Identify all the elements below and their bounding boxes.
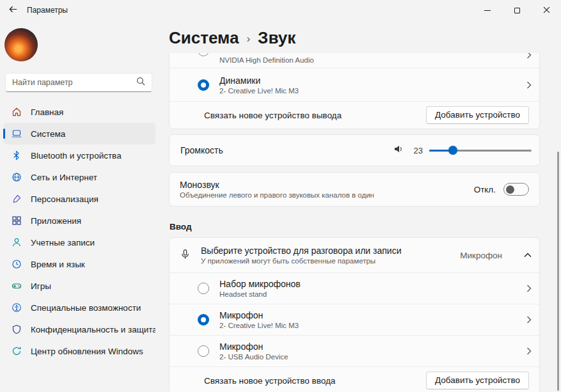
back-arrow-icon <box>8 4 18 17</box>
mono-title: Монозвук <box>180 180 474 190</box>
volume-slider[interactable] <box>429 145 532 156</box>
search-box[interactable] <box>5 73 152 92</box>
radio-button[interactable] <box>198 314 209 325</box>
sidebar-item-label: Главная <box>31 107 63 117</box>
chevron-right-icon[interactable] <box>526 285 532 292</box>
sidebar-item-privacy[interactable]: Конфиденциальность и защита <box>3 318 155 340</box>
input-selected-value: Микрофон <box>460 251 502 260</box>
windows-update-icon <box>11 346 22 357</box>
sidebar-item-label: Специальные возможности <box>31 303 141 313</box>
time-language-icon <box>11 259 22 270</box>
sidebar-item-label: Центр обновления Windows <box>31 347 143 356</box>
device-subtitle: NVIDIA High Definition Audio <box>219 56 516 64</box>
radio-button[interactable] <box>198 283 209 294</box>
radio-button[interactable] <box>198 345 209 357</box>
sidebar-item-apps[interactable]: Приложения <box>3 210 155 231</box>
volume-label: Громкость <box>180 145 393 155</box>
personalization-icon <box>11 194 22 205</box>
input-section-heading: Ввод <box>170 222 540 231</box>
add-output-device-button[interactable]: Добавить устройство <box>426 106 529 124</box>
device-title: Динамики <box>219 75 516 86</box>
chevron-right-icon[interactable] <box>526 347 532 355</box>
chevron-right-icon[interactable] <box>526 316 532 324</box>
pair-input-device-row: Связать новое устройство ввода Добавить … <box>170 366 539 392</box>
sidebar: Главная Система Bluetooth и устройства С… <box>0 20 159 392</box>
user-avatar <box>4 28 38 61</box>
input-chooser-title: Выберите устройство для разговора или за… <box>201 246 450 256</box>
titlebar: Параметры <box>0 0 561 20</box>
sidebar-item-label: Приложения <box>31 216 81 226</box>
volume-card: Громкость 23 <box>169 134 540 166</box>
device-subtitle: 2- Creative Live! Mic M3 <box>219 87 516 95</box>
vertical-scrollbar-thumb[interactable] <box>557 152 559 391</box>
microphone-icon <box>180 249 191 262</box>
input-chooser-subtitle: У приложений могут быть собственные пара… <box>201 257 450 265</box>
mono-subtitle: Объединение левого и правого звуковых ка… <box>180 191 474 199</box>
selected-indicator <box>3 129 5 139</box>
sidebar-item-windows-update[interactable]: Центр обновления Windows <box>3 340 155 362</box>
breadcrumb-separator-icon: › <box>246 31 250 45</box>
sidebar-item-home[interactable]: Главная <box>3 101 155 123</box>
input-chooser-row[interactable]: Выберите устройство для разговора или за… <box>170 238 539 272</box>
output-devices-card: NVIDIA High Definition Audio Динамики 2-… <box>169 53 540 129</box>
close-icon <box>543 4 550 16</box>
sidebar-item-label: Персонализация <box>31 194 99 204</box>
volume-value: 23 <box>409 146 423 155</box>
input-device-row-creative-mic[interactable]: Микрофон 2- Creative Live! Mic M3 <box>170 304 539 335</box>
mono-audio-row: Монозвук Объединение левого и правого зв… <box>170 173 539 206</box>
sidebar-item-label: Система <box>31 129 65 139</box>
close-button[interactable] <box>532 0 561 20</box>
sidebar-item-personalization[interactable]: Персонализация <box>3 188 155 210</box>
sidebar-item-system[interactable]: Система <box>3 123 155 145</box>
breadcrumb-section[interactable]: Система <box>169 28 239 48</box>
radio-button[interactable] <box>198 79 209 91</box>
sidebar-item-time-language[interactable]: Время и язык <box>3 253 155 275</box>
maximize-button[interactable] <box>502 0 532 20</box>
app-title: Параметры <box>27 6 68 15</box>
breadcrumb: Система › Звук <box>169 28 296 48</box>
device-subtitle: Headset stand <box>219 290 516 298</box>
pair-output-device-row: Связать новое устройство вывода Добавить… <box>170 101 539 129</box>
output-device-row-partial[interactable]: NVIDIA High Definition Audio <box>170 53 539 68</box>
input-device-row-headset[interactable]: Набор микрофонов Headset stand <box>170 272 539 304</box>
minimize-icon <box>484 10 491 11</box>
device-subtitle: 2- Creative Live! Mic M3 <box>219 322 516 329</box>
maximize-icon <box>514 8 520 13</box>
apps-icon <box>11 216 22 226</box>
sidebar-item-accounts[interactable]: Учетные записи <box>3 231 155 253</box>
input-devices-card: Выберите устройство для разговора или за… <box>169 237 540 392</box>
speaker-icon[interactable] <box>393 144 404 157</box>
mono-audio-card: Монозвук Объединение левого и правого зв… <box>169 172 540 207</box>
add-input-device-button[interactable]: Добавить устройство <box>426 372 529 389</box>
sidebar-item-label: Игры <box>31 281 51 291</box>
device-subtitle: 2- USB Audio Device <box>219 353 516 361</box>
volume-slider-thumb[interactable] <box>448 146 457 155</box>
device-title: Набор микрофонов <box>219 279 516 289</box>
mono-toggle[interactable] <box>503 183 529 196</box>
chevron-right-icon[interactable] <box>526 81 532 89</box>
output-device-row-speakers[interactable]: Динамики 2- Creative Live! Mic M3 <box>170 68 539 101</box>
sidebar-item-bluetooth[interactable]: Bluetooth и устройства <box>3 145 155 166</box>
system-icon <box>11 129 22 139</box>
pair-output-label: Связать новое устройство вывода <box>204 111 426 120</box>
chevron-right-icon[interactable] <box>526 53 532 59</box>
sidebar-item-label: Bluetooth и устройства <box>31 151 122 161</box>
search-icon <box>136 77 145 88</box>
device-title: Микрофон <box>219 310 516 320</box>
gaming-icon <box>11 281 22 292</box>
volume-row: Громкость 23 <box>170 135 539 166</box>
back-button[interactable] <box>0 0 26 20</box>
sidebar-item-accessibility[interactable]: Специальные возможности <box>3 297 155 318</box>
input-device-row-usb-mic[interactable]: Микрофон 2- USB Audio Device <box>170 335 539 366</box>
search-input[interactable] <box>12 78 136 87</box>
minimize-button[interactable] <box>473 0 502 20</box>
sidebar-item-network[interactable]: Сеть и Интернет <box>3 166 155 188</box>
page-title: Звук <box>258 28 296 48</box>
chevron-up-icon[interactable] <box>524 253 532 258</box>
sidebar-item-label: Сеть и Интернет <box>31 173 97 182</box>
radio-button[interactable] <box>198 53 209 56</box>
sidebar-item-gaming[interactable]: Игры <box>3 275 155 297</box>
sidebar-item-label: Учетные записи <box>31 238 95 247</box>
accessibility-icon <box>11 302 22 313</box>
accounts-icon <box>11 237 22 248</box>
